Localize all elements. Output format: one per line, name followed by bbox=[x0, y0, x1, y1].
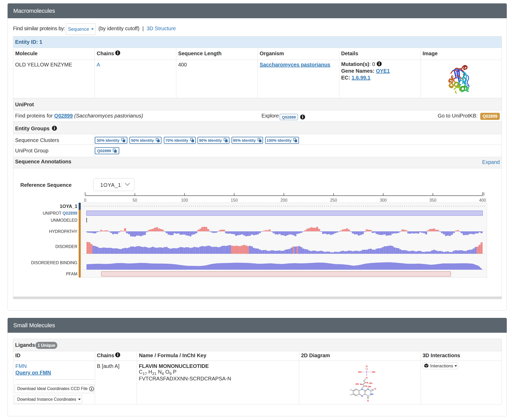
svg-text:UNIPROT Q02899: UNIPROT Q02899 bbox=[43, 211, 77, 215]
svg-text:UNMODELED: UNMODELED bbox=[51, 218, 77, 223]
svg-text:DISORDERED BINDING: DISORDERED BINDING bbox=[31, 261, 77, 265]
svg-text:O: O bbox=[366, 376, 367, 379]
svg-text:N: N bbox=[361, 395, 363, 397]
svg-text:PFAM: PFAM bbox=[66, 272, 77, 276]
svg-text:O: O bbox=[374, 387, 376, 390]
svg-text:100: 100 bbox=[181, 198, 188, 202]
svg-text:50: 50 bbox=[133, 198, 137, 202]
svg-text:OH: OH bbox=[372, 371, 375, 373]
svg-text:0: 0 bbox=[84, 198, 86, 202]
svg-text:150: 150 bbox=[231, 198, 238, 202]
svg-text:O: O bbox=[367, 399, 369, 402]
svg-text:OH: OH bbox=[369, 382, 372, 385]
svg-text:200: 200 bbox=[280, 198, 288, 202]
svg-text:OH: OH bbox=[367, 385, 371, 388]
svg-text:250: 250 bbox=[330, 198, 337, 202]
svg-text:O: O bbox=[366, 365, 367, 368]
svg-text:1OYA_1: 1OYA_1 bbox=[60, 204, 77, 209]
svg-text:350: 350 bbox=[429, 198, 436, 202]
svg-text:P: P bbox=[366, 371, 367, 373]
svg-text:N: N bbox=[361, 388, 363, 391]
svg-text:DISORDER: DISORDER bbox=[55, 244, 77, 249]
svg-text:N: N bbox=[367, 388, 369, 391]
svg-text:HO: HO bbox=[358, 371, 362, 373]
svg-text:300: 300 bbox=[380, 198, 387, 202]
svg-text:NH: NH bbox=[370, 393, 373, 396]
svg-text:HYDROPATHY: HYDROPATHY bbox=[49, 229, 77, 234]
svg-text:HO: HO bbox=[355, 383, 359, 385]
svg-text:400: 400 bbox=[479, 198, 486, 202]
